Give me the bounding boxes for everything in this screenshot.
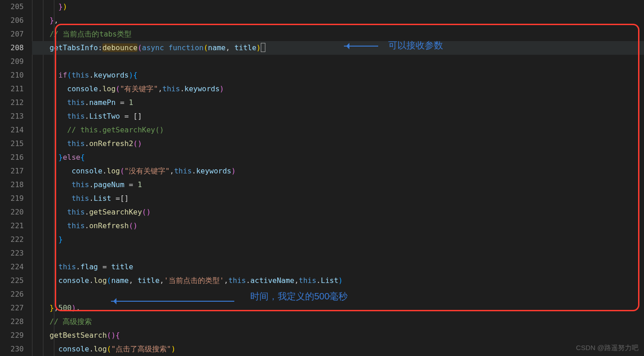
line-number: 216 <box>5 151 24 164</box>
code-line[interactable]: }, <box>32 14 644 27</box>
code-line[interactable]: this.pageNum = 1 <box>32 178 644 192</box>
line-number: 230 <box>5 342 24 356</box>
line-number: 212 <box>5 96 24 110</box>
code-line[interactable] <box>32 55 644 68</box>
line-number: 213 <box>5 110 24 123</box>
code-line[interactable]: console.log(name, title,'当前点击的类型',this.a… <box>32 274 644 288</box>
line-number: 205 <box>5 0 24 14</box>
code-line[interactable]: this.getSearchKey() <box>32 205 644 219</box>
line-number: 215 <box>5 137 24 151</box>
code-line-active[interactable]: getTabsInfo:debounce(async function(name… <box>32 41 644 55</box>
line-number: 226 <box>5 288 24 301</box>
line-number-gutter: 2052062072082092102112122132142152162172… <box>0 0 32 356</box>
code-line[interactable]: console.log("有关键字",this.keywords) <box>32 82 644 96</box>
line-number: 220 <box>5 205 24 219</box>
annotation-text: 时间，我定义的500毫秒 <box>250 290 348 303</box>
line-number: 227 <box>5 301 24 315</box>
line-number: 218 <box>5 178 24 192</box>
arrow-icon <box>344 46 378 47</box>
line-number: 211 <box>5 82 24 96</box>
code-line[interactable]: // 当前点击的tabs类型 <box>32 27 644 41</box>
annotation-text: 可以接收参数 <box>388 39 443 52</box>
line-number: 210 <box>5 68 24 82</box>
line-number: 224 <box>5 260 24 274</box>
watermark: CSDN @路遥努力吧 <box>576 344 639 352</box>
code-line[interactable]: // this.getSearchKey() <box>32 123 644 137</box>
code-line[interactable] <box>32 246 644 260</box>
line-number: 222 <box>5 233 24 246</box>
code-area[interactable]: }) }, // 当前点击的tabs类型 getTabsInfo:debounc… <box>32 0 644 356</box>
line-number: 206 <box>5 14 24 27</box>
code-line[interactable]: this.List =[] <box>32 192 644 205</box>
code-line[interactable]: // 高级搜索 <box>32 315 644 329</box>
code-line[interactable]: this.namePn = 1 <box>32 96 644 110</box>
line-number: 221 <box>5 219 24 233</box>
line-number: 228 <box>5 315 24 329</box>
line-number: 229 <box>5 329 24 342</box>
line-number: 225 <box>5 274 24 288</box>
code-line[interactable]: } <box>32 233 644 246</box>
line-number: 208 <box>5 41 24 55</box>
code-line[interactable]: if(this.keywords){ <box>32 68 644 82</box>
line-number: 214 <box>5 123 24 137</box>
code-line[interactable]: this.onRefresh2() <box>32 137 644 151</box>
code-line[interactable]: this.ListTwo = [] <box>32 110 644 123</box>
code-line[interactable]: }else{ <box>32 151 644 164</box>
code-line[interactable]: }) <box>32 0 644 14</box>
arrow-icon <box>111 301 234 302</box>
code-line[interactable]: console.log("没有关键字",this.keywords) <box>32 164 644 178</box>
code-line[interactable]: console.log("点击了高级搜索") <box>32 342 644 356</box>
line-number: 223 <box>5 246 24 260</box>
line-number: 209 <box>5 55 24 68</box>
code-editor[interactable]: 2052062072082092102112122132142152162172… <box>0 0 644 356</box>
line-number: 217 <box>5 164 24 178</box>
code-line[interactable]: },500), <box>32 301 644 315</box>
code-line[interactable]: getBestSearch(){ <box>32 329 644 342</box>
cursor <box>261 43 265 52</box>
line-number: 207 <box>5 27 24 41</box>
code-line[interactable]: this.flag = title <box>32 260 644 274</box>
code-line[interactable]: this.onRefresh() <box>32 219 644 233</box>
line-number: 219 <box>5 192 24 205</box>
